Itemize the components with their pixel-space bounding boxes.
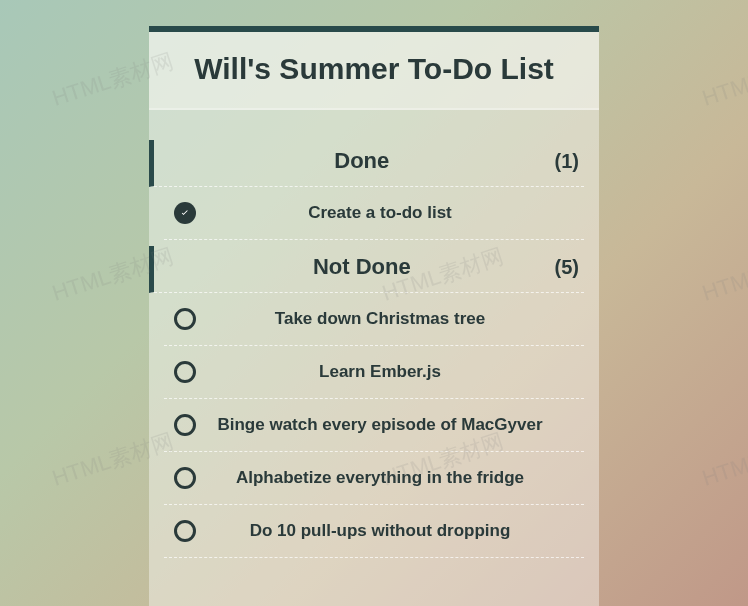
circle-outline-icon[interactable]	[174, 414, 196, 436]
todo-label: Take down Christmas tree	[196, 309, 584, 329]
watermark: HTML素材网	[698, 46, 748, 113]
page-title: Will's Summer To-Do List	[169, 52, 579, 86]
section-header-done: Done (1)	[149, 140, 584, 187]
circle-outline-icon[interactable]	[174, 361, 196, 383]
card-body: Done (1) Create a to-do list Not Done (5…	[149, 110, 599, 573]
circle-outline-icon[interactable]	[174, 467, 196, 489]
circle-outline-icon[interactable]	[174, 308, 196, 330]
circle-outline-icon[interactable]	[174, 520, 196, 542]
watermark: HTML素材网	[698, 241, 748, 308]
todo-label: Create a to-do list	[196, 203, 584, 223]
todo-label: Do 10 pull-ups without dropping	[196, 521, 584, 541]
section-title: Not Done	[169, 254, 555, 280]
section-count: (5)	[555, 256, 584, 279]
watermark: HTML素材网	[698, 426, 748, 493]
checkmark-circle-icon[interactable]	[174, 202, 196, 224]
todo-item[interactable]: Binge watch every episode of MacGyver	[164, 399, 584, 452]
todo-item[interactable]: Learn Ember.js	[164, 346, 584, 399]
todo-label: Binge watch every episode of MacGyver	[196, 415, 584, 435]
todo-item[interactable]: Alphabetize everything in the fridge	[164, 452, 584, 505]
todo-label: Alphabetize everything in the fridge	[196, 468, 584, 488]
section-count: (1)	[555, 150, 584, 173]
section-title: Done	[169, 148, 555, 174]
todo-card: Will's Summer To-Do List Done (1) Create…	[149, 26, 599, 606]
todo-item[interactable]: Create a to-do list	[164, 187, 584, 240]
todo-item[interactable]: Do 10 pull-ups without dropping	[164, 505, 584, 558]
card-header: Will's Summer To-Do List	[149, 32, 599, 110]
todo-label: Learn Ember.js	[196, 362, 584, 382]
section-header-notdone: Not Done (5)	[149, 246, 584, 293]
todo-item[interactable]: Take down Christmas tree	[164, 293, 584, 346]
